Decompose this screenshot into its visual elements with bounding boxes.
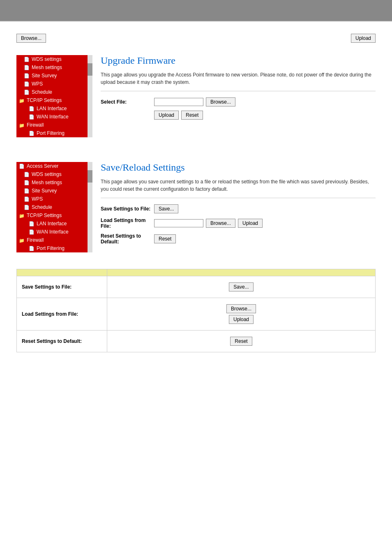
table-cell-reset-action: Reset: [107, 331, 376, 352]
select-file-controls: Browse...: [154, 97, 235, 106]
sidebar-item-label: WAN Interface: [37, 114, 69, 120]
sidebar-item-mesh-settings[interactable]: 📄Mesh settings: [16, 63, 92, 72]
sidebar-item-label: Schedule: [32, 204, 52, 210]
save-reload-title: Save/Reload Settings: [101, 162, 376, 173]
folder-icon: 📁: [19, 213, 25, 218]
sidebar-item-label: TCP/IP Settings: [27, 213, 62, 218]
sidebar-item-firewall[interactable]: 📁Firewall: [16, 236, 92, 244]
page-icon: 📄: [24, 81, 30, 87]
sidebar-item-tcp/ip-settings[interactable]: 📁TCP/IP Settings: [16, 211, 92, 220]
sidebar-item-label: WDS settings: [32, 56, 62, 62]
sidebar-item-label: TCP/IP Settings: [27, 97, 62, 103]
sidebar-item-label: Port Filtering: [37, 130, 65, 136]
load-settings-controls: Browse... Upload: [154, 219, 263, 228]
table-row-reset: Reset Settings to Default: Reset: [17, 331, 376, 352]
table-row-save: Save Settings to File: Save...: [17, 276, 376, 298]
table-header-col1: [17, 269, 107, 276]
sidebar-item-port-filtering[interactable]: 📄Port Filtering: [16, 244, 92, 252]
save-settings-controls: Save...: [154, 204, 178, 213]
sidebar-item-wds-settings[interactable]: 📄WDS settings: [16, 170, 92, 178]
sidebar-2-items: 📄Access Server📄WDS settings📄Mesh setting…: [16, 162, 92, 252]
bottom-table-section: Save Settings to File: Save... Load Sett…: [16, 269, 376, 352]
top-browse-button[interactable]: Browse...: [16, 34, 46, 43]
table-reset-button[interactable]: Reset: [230, 337, 252, 346]
select-file-row: Select File: Browse...: [101, 97, 376, 106]
sidebar-item-wan-interface[interactable]: 📄WAN Interface: [16, 228, 92, 236]
sidebar-item-label: Schedule: [32, 89, 52, 95]
sidebar-item-wds-settings[interactable]: 📄WDS settings: [16, 55, 92, 63]
page-icon: 📄: [29, 106, 35, 111]
sidebar-item-label: LAN Interface: [37, 106, 67, 111]
sidebar-1-scrollbar[interactable]: [88, 55, 92, 137]
table-header-col2: [107, 269, 376, 276]
sidebar-item-label: Firewall: [27, 237, 44, 243]
load-upload-button[interactable]: Upload: [238, 219, 263, 228]
load-browse-button[interactable]: Browse...: [206, 219, 235, 228]
sidebar-1: 📄WDS settings📄Mesh settings📄Site Survey📄…: [16, 55, 92, 137]
table-save-button[interactable]: Save...: [229, 282, 253, 291]
load-btn-group: Browse... Upload: [112, 304, 370, 324]
sidebar-item-wps[interactable]: 📄WPS: [16, 195, 92, 203]
sidebar-2-scrollbar[interactable]: [88, 162, 92, 252]
sidebar-1-scrollbar-thumb[interactable]: [88, 63, 92, 76]
sidebar-1-items: 📄WDS settings📄Mesh settings📄Site Survey📄…: [16, 55, 92, 137]
sidebar-2-scrollbar-thumb[interactable]: [88, 170, 92, 183]
page-icon: 📄: [24, 188, 30, 194]
sidebar-item-lan-interface[interactable]: 📄LAN Interface: [16, 220, 92, 228]
upgrade-firmware-title: Upgrade Firmware: [101, 55, 376, 66]
page-icon: 📄: [19, 164, 25, 169]
page-icon: 📄: [29, 246, 35, 251]
sidebar-item-firewall[interactable]: 📁Firewall: [16, 121, 92, 129]
header-inner: [273, 0, 388, 21]
table-browse-button[interactable]: Browse...: [226, 304, 256, 313]
page-icon: 📄: [29, 131, 35, 136]
sidebar-item-label: WPS: [32, 196, 43, 202]
save-settings-button[interactable]: Save...: [154, 204, 178, 213]
sidebar-item-label: Site Survey: [32, 188, 57, 194]
reset-settings-row: Reset Settings to Default: Reset: [101, 233, 376, 245]
sidebar-item-port-filtering[interactable]: 📄Port Filtering: [16, 129, 92, 137]
sidebar-item-tcp/ip-settings[interactable]: 📁TCP/IP Settings: [16, 96, 92, 104]
page-icon: 📄: [29, 229, 35, 235]
sidebar-item-label: Firewall: [27, 122, 44, 128]
upload-reset-row: Upload Reset: [101, 111, 376, 120]
reset-button[interactable]: Reset: [181, 111, 203, 120]
page-icon: 📄: [29, 114, 35, 120]
load-file-input[interactable]: [154, 219, 203, 227]
browse-button[interactable]: Browse...: [206, 97, 235, 106]
folder-icon: 📁: [19, 238, 25, 243]
sidebar-item-label: WDS settings: [32, 171, 62, 177]
sidebar-item-label: WPS: [32, 81, 43, 87]
table-cell-save-label: Save Settings to File:: [17, 276, 107, 298]
table-upload-button[interactable]: Upload: [229, 315, 254, 324]
sidebar-item-label: Port Filtering: [37, 245, 65, 251]
sidebar-item-label: LAN Interface: [37, 221, 67, 227]
top-upload-button[interactable]: Upload: [351, 34, 376, 43]
sidebar-item-wps[interactable]: 📄WPS: [16, 80, 92, 88]
sidebar-item-mesh-settings[interactable]: 📄Mesh settings: [16, 178, 92, 187]
top-actions-bar: Browse... Upload: [0, 21, 392, 51]
sidebar-item-site-survey[interactable]: 📄Site Survey: [16, 72, 92, 80]
sidebar-item-lan-interface[interactable]: 📄LAN Interface: [16, 104, 92, 113]
table-cell-reset-label: Reset Settings to Default:: [17, 331, 107, 352]
select-file-label: Select File:: [101, 99, 154, 105]
page-icon: 📄: [24, 57, 30, 62]
sidebar-item-wan-interface[interactable]: 📄WAN Interface: [16, 113, 92, 121]
file-input[interactable]: [154, 98, 203, 106]
save-reload-divider: [101, 198, 376, 198]
upgrade-firmware-section: 📄WDS settings📄Mesh settings📄Site Survey📄…: [0, 51, 392, 146]
save-reload-desc: This page allows you save current settin…: [101, 178, 376, 193]
table-cell-load-label: Load Settings from File:: [17, 298, 107, 331]
section-gap-1: [0, 146, 392, 158]
page-icon: 📄: [24, 65, 30, 70]
sidebar-item-schedule[interactable]: 📄Schedule: [16, 88, 92, 96]
save-settings-row: Save Settings to File: Save...: [101, 204, 376, 213]
reset-settings-button[interactable]: Reset: [154, 234, 176, 243]
sidebar-item-label: WAN Interface: [37, 229, 69, 235]
upload-button[interactable]: Upload: [154, 111, 179, 120]
page-icon: 📄: [24, 205, 30, 210]
sidebar-item-site-survey[interactable]: 📄Site Survey: [16, 187, 92, 195]
sidebar-item-access-server[interactable]: 📄Access Server: [16, 162, 92, 170]
page-icon: 📄: [29, 221, 35, 227]
sidebar-item-schedule[interactable]: 📄Schedule: [16, 203, 92, 211]
